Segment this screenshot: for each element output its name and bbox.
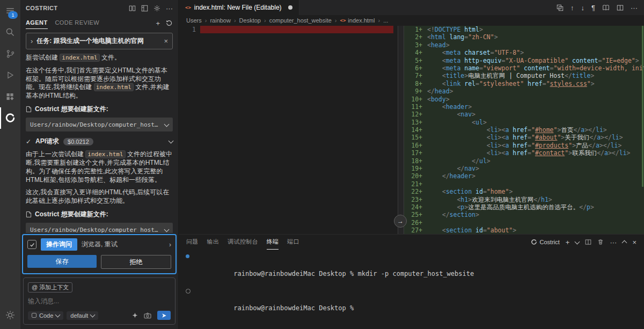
- add-context-chip[interactable]: @ 添加上下文: [28, 282, 72, 293]
- chevron-down-icon: [55, 312, 61, 318]
- sidebar-title: COSTRICT: [26, 5, 123, 11]
- breadcrumb-item[interactable]: computer_host_website: [269, 17, 332, 24]
- sidebar-header: COSTRICT ···: [20, 0, 178, 16]
- breadcrumb-item[interactable]: rainbow: [210, 17, 231, 24]
- diff-original-pane[interactable]: 1: [179, 26, 398, 234]
- message-input[interactable]: 输入消息...: [28, 297, 171, 306]
- file-path: Users/rainbow/Desktop/computer_host_webs…: [30, 121, 162, 128]
- action-ask-tooltip: 操作询问: [41, 238, 77, 251]
- diff-added-code: 1+<!DOCTYPE html>2+<html lang="zh-CN">3+…: [404, 26, 644, 234]
- close-panel-icon[interactable]: ×: [632, 239, 636, 246]
- diff-modified-pane[interactable]: 1+<!DOCTYPE html>2+<html lang="zh-CN">3+…: [404, 26, 644, 234]
- terminal-line: rainbow@rainbowdeiMac Desktop %: [195, 287, 644, 321]
- more-actions-icon[interactable]: ···: [166, 5, 173, 12]
- profile-select[interactable]: default: [67, 311, 98, 320]
- breadcrumb-item[interactable]: Desktop: [239, 17, 261, 24]
- unsaved-dot-icon[interactable]: [288, 5, 292, 10]
- diff-sash[interactable]: [398, 26, 404, 234]
- check-icon: ✓: [26, 138, 31, 145]
- panel-tab-debug-console[interactable]: 调试控制台: [228, 235, 258, 250]
- layout-icon[interactable]: [141, 5, 148, 12]
- extensions-icon[interactable]: [0, 86, 20, 107]
- enhance-prompt-icon[interactable]: [132, 312, 138, 318]
- breadcrumb-file[interactable]: <> index.html: [340, 17, 375, 24]
- composer-actions: [132, 311, 171, 320]
- chevron-right-icon: ›: [335, 17, 337, 24]
- auto-approve-checkbox[interactable]: [27, 240, 36, 249]
- save-button[interactable]: 保存: [27, 255, 97, 268]
- composer-toolbar: Code default: [28, 311, 171, 320]
- split-terminal-icon[interactable]: [585, 239, 591, 245]
- approval-box: 操作询问 浏览器, 重试 › 保存 拒绝: [22, 234, 177, 274]
- costrict-extension-icon[interactable]: [0, 107, 20, 129]
- assistant-message: 新尝试创建 index.html 文件。: [26, 54, 173, 62]
- reject-button[interactable]: 拒绝: [101, 255, 171, 269]
- file-path-dropdown[interactable]: Users/rainbow/Desktop/computer_host_webs…: [26, 223, 173, 233]
- next-change-icon[interactable]: ↓: [581, 4, 585, 11]
- terminal-dropdown-icon[interactable]: [575, 239, 580, 244]
- sidebar-header-actions: ···: [129, 5, 173, 12]
- bottom-panel: 问题 输出 调试控制台 终端 端口 Costrict + ··· ×: [179, 234, 644, 329]
- preview-icon[interactable]: [602, 4, 610, 11]
- api-cost-badge: $0.0212: [63, 138, 93, 145]
- settings-icon[interactable]: [153, 5, 160, 12]
- chevron-down-icon: [164, 121, 170, 127]
- breadcrumb-item[interactable]: ...: [383, 17, 388, 24]
- breadcrumb: Users › rainbow › Desktop › computer_hos…: [179, 15, 644, 26]
- command-decoration-icon[interactable]: [186, 254, 189, 258]
- mode-select[interactable]: Code: [28, 311, 63, 320]
- split-view-icon[interactable]: [129, 5, 136, 12]
- panel-tab-problems[interactable]: 问题: [186, 235, 199, 250]
- settings-gear-icon[interactable]: [0, 304, 20, 326]
- editor-area: <> index.html: New File (Editable) ↑ ↓ ¶…: [179, 0, 644, 329]
- panel-tab-ports[interactable]: 端口: [287, 235, 299, 250]
- screenshot-icon[interactable]: [144, 312, 151, 319]
- terminal[interactable]: rainbow@rainbowdeiMac Desktop % mkdir -p…: [179, 250, 644, 329]
- previous-change-icon[interactable]: ↑: [570, 4, 574, 11]
- command-decoration-icon[interactable]: [186, 289, 191, 294]
- maximize-panel-icon[interactable]: [622, 240, 627, 246]
- mode-icon: [32, 313, 36, 318]
- editor-tab[interactable]: <> index.html: New File (Editable): [179, 0, 299, 15]
- tab-code-review[interactable]: CODE REVIEW: [55, 19, 100, 29]
- kill-terminal-icon[interactable]: [597, 239, 604, 245]
- api-request-row[interactable]: ✓ API请求 $0.0212: [26, 137, 173, 146]
- new-task-icon[interactable]: +: [156, 20, 160, 27]
- file-path-dropdown[interactable]: Users/rainbow/Desktop/computer_host_webs…: [26, 118, 173, 131]
- html-file-icon: <>: [340, 18, 346, 23]
- search-icon[interactable]: [0, 21, 20, 43]
- new-terminal-icon[interactable]: +: [566, 239, 570, 246]
- breadcrumb-item[interactable]: Users: [186, 17, 202, 24]
- more-actions-icon[interactable]: ···: [631, 4, 638, 11]
- panel-tab-output[interactable]: 输出: [207, 235, 219, 250]
- assistant-message: 由于上一次尝试创建 index.html 文件的过程被中断,我需要重新创建这个文…: [26, 150, 173, 184]
- sidebar-tab-actions: +: [156, 19, 173, 29]
- diff-removed-line: [200, 26, 393, 33]
- activity-bar-bottom: [0, 304, 20, 329]
- diff-editor[interactable]: 1 → 1+<!DOCTYPE html>2+<html lang="zh-CN…: [179, 26, 644, 234]
- tab-agent[interactable]: AGENT: [26, 19, 48, 29]
- chevron-right-icon[interactable]: ›: [169, 241, 171, 248]
- terminal-instance-label[interactable]: Costrict: [531, 239, 560, 245]
- diff-revert-arrow-button[interactable]: →: [394, 215, 407, 228]
- auto-approve-row[interactable]: 操作询问 浏览器, 重试 ›: [27, 238, 171, 251]
- close-icon[interactable]: ×: [164, 37, 168, 45]
- panel-tab-terminal[interactable]: 终端: [267, 235, 279, 250]
- split-editor-icon[interactable]: [617, 4, 624, 11]
- more-actions-icon[interactable]: ···: [610, 239, 617, 246]
- approval-buttons: 保存 拒绝: [27, 255, 171, 269]
- overview-ruler[interactable]: [642, 26, 643, 187]
- activity-bar-top: 1: [0, 0, 20, 129]
- new-file-icon: [26, 211, 32, 218]
- source-control-icon[interactable]: [0, 43, 20, 64]
- open-changes-icon[interactable]: [557, 4, 564, 11]
- history-icon[interactable]: [165, 19, 173, 27]
- run-debug-icon[interactable]: [0, 64, 20, 86]
- menu-icon[interactable]: 1: [0, 0, 20, 21]
- task-banner[interactable]: › 任务: 跟我生成一个地电脑主机的官网 ×: [26, 33, 173, 49]
- whitespace-icon[interactable]: ¶: [591, 4, 595, 11]
- chat-scroll-area[interactable]: › 任务: 跟我生成一个地电脑主机的官网 × 新尝试创建 index.html …: [20, 29, 178, 233]
- assistant-message: 在这个任务中,我们首先需要定义HTML文件的基本框架。随后可以根据需要逐步添加样…: [26, 67, 173, 100]
- send-button[interactable]: [157, 311, 171, 320]
- create-file-section-label: Costrict 想要创建新文件:: [26, 210, 173, 219]
